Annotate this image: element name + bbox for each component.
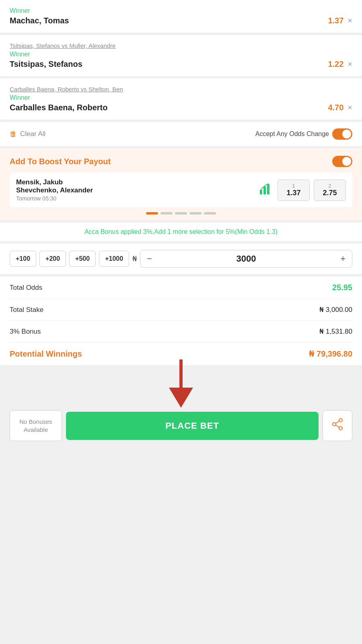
accept-odds-label: Accept Any Odds Change xyxy=(255,130,329,138)
svg-line-8 xyxy=(336,421,339,423)
stake-quick-row: +100 +200 +500 +1000 ₦ − 3000 + xyxy=(10,250,352,268)
total-stake-label: Total Stake xyxy=(10,306,43,314)
svg-rect-1 xyxy=(263,186,266,194)
bet-card-3: Carballes Baena, Roberto vs Shelton, Ben… xyxy=(0,78,362,120)
boost-time: Tomorrow 05:30 xyxy=(16,195,253,202)
total-odds-value: 25.95 xyxy=(332,283,352,292)
bottom-actions: No Bonuses Available PLACE BET xyxy=(0,404,362,451)
boost-odds-btn-1[interactable]: 1 1.37 xyxy=(278,180,310,201)
quick-btn-1000[interactable]: +1000 xyxy=(99,251,129,267)
stake-input-wrap: − 3000 + xyxy=(140,250,352,268)
bet-card-2: Tsitsipas, Stefanos vs Muller, Alexandre… xyxy=(0,35,362,76)
stake-section: +100 +200 +500 +1000 ₦ − 3000 + xyxy=(0,244,362,274)
odds-remove-2: 1.22 × xyxy=(328,60,352,69)
acca-bonus-text: Acca Bonus applied 3%,Add 1 more selecti… xyxy=(84,228,278,235)
boost-odds-value-1: 1.37 xyxy=(286,189,300,197)
accept-odds-toggle-wrap: Accept Any Odds Change xyxy=(255,128,352,140)
bonus-value: ₦ 1,531.80 xyxy=(319,327,352,336)
place-bet-button[interactable]: PLACE BET xyxy=(66,412,319,440)
market-label-1: Winner xyxy=(10,7,352,14)
svg-point-7 xyxy=(339,427,342,430)
bet-card-1: Winner Machac, Tomas 1.37 × xyxy=(0,0,362,33)
arrow-annotation xyxy=(0,359,362,408)
svg-rect-2 xyxy=(267,184,269,194)
remove-btn-2[interactable]: × xyxy=(348,60,352,69)
share-button[interactable] xyxy=(323,410,352,441)
odds-value-1: 1.37 xyxy=(328,16,343,25)
main-container: Winner Machac, Tomas 1.37 × Tsitsipas, S… xyxy=(0,0,362,644)
no-bonus-line2: Available xyxy=(24,426,48,433)
total-stake-row: Total Stake ₦ 3,000.00 xyxy=(10,299,352,321)
boost-toggle[interactable] xyxy=(332,156,352,167)
boost-player1: Mensik, Jakub xyxy=(16,178,253,186)
acca-bonus-bar: Acca Bonus applied 3%,Add 1 more selecti… xyxy=(0,223,362,241)
share-icon xyxy=(331,418,344,433)
stake-minus-btn[interactable]: − xyxy=(147,254,152,264)
match-name-3: Carballes Baena, Roberto vs Shelton, Ben xyxy=(10,86,352,93)
boost-dots xyxy=(10,212,352,215)
bonus-row: 3% Bonus ₦ 1,531.80 xyxy=(10,321,352,343)
potential-winnings-value: ₦ 79,396.80 xyxy=(309,349,352,359)
bet-row-1: Machac, Tomas 1.37 × xyxy=(10,16,352,25)
boost-match-row: Mensik, Jakub Shevchenko, Alexander Tomo… xyxy=(16,178,346,202)
quick-btn-200[interactable]: +200 xyxy=(39,251,66,267)
quick-btn-100[interactable]: +100 xyxy=(10,251,36,267)
svg-point-6 xyxy=(333,423,336,426)
dot-5 xyxy=(204,212,216,215)
odds-remove-3: 4.70 × xyxy=(328,103,352,112)
svg-rect-0 xyxy=(260,190,262,194)
selection-2: Tsitsipas, Stefanos xyxy=(10,60,82,69)
stake-value[interactable]: 3000 xyxy=(157,254,335,264)
match-name-2: Tsitsipas, Stefanos vs Muller, Alexandre xyxy=(10,42,352,49)
no-bonus-line1: No Bonuses xyxy=(19,418,52,425)
no-bonus-btn[interactable]: No Bonuses Available xyxy=(10,410,62,441)
boost-match-info: Mensik, Jakub Shevchenko, Alexander Tomo… xyxy=(16,178,253,202)
dot-3 xyxy=(175,212,187,215)
quick-btn-500[interactable]: +500 xyxy=(69,251,96,267)
svg-marker-4 xyxy=(169,388,193,408)
dot-4 xyxy=(189,212,202,215)
boost-player2: Shevchenko, Alexander xyxy=(16,186,253,194)
stats-icon xyxy=(259,182,272,198)
dot-2 xyxy=(160,212,173,215)
arrow-svg xyxy=(165,359,197,408)
market-label-3: Winner xyxy=(10,94,352,101)
boost-odds-group: 1 1.37 2 2.75 xyxy=(278,180,346,201)
boost-odds-btn-2[interactable]: 2 2.75 xyxy=(314,180,346,201)
market-label-2: Winner xyxy=(10,51,352,58)
control-row: 🗑 Clear All Accept Any Odds Change xyxy=(0,122,362,146)
stake-plus-btn[interactable]: + xyxy=(340,254,346,264)
boost-odds-value-2: 2.75 xyxy=(323,189,337,197)
svg-line-9 xyxy=(336,425,339,427)
accept-odds-toggle[interactable] xyxy=(332,128,352,140)
boost-header: Add To Boost Your Payout xyxy=(10,156,352,167)
boost-odds-label-1: 1 xyxy=(284,183,303,189)
currency-symbol: ₦ xyxy=(132,254,137,263)
total-odds-label: Total Odds xyxy=(10,284,42,292)
boost-title: Add To Boost Your Payout xyxy=(10,157,111,166)
odds-value-3: 4.70 xyxy=(328,103,343,112)
selection-1: Machac, Tomas xyxy=(10,16,69,25)
remove-btn-3[interactable]: × xyxy=(348,103,352,112)
potential-winnings-label: Potential Winnings xyxy=(10,349,82,359)
selection-3: Carballes Baena, Roberto xyxy=(10,103,107,112)
clear-all-label: Clear All xyxy=(20,130,45,138)
trash-icon: 🗑 xyxy=(10,130,17,138)
summary-section: Total Odds 25.95 Total Stake ₦ 3,000.00 … xyxy=(0,277,362,365)
dot-1 xyxy=(146,212,158,215)
svg-point-5 xyxy=(339,419,342,422)
boost-section: Add To Boost Your Payout Mensik, Jakub S… xyxy=(0,149,362,220)
total-odds-row: Total Odds 25.95 xyxy=(10,277,352,299)
bet-row-3: Carballes Baena, Roberto 4.70 × xyxy=(10,103,352,112)
odds-remove-1: 1.37 × xyxy=(328,16,352,25)
odds-value-2: 1.22 xyxy=(328,60,343,69)
total-stake-value: ₦ 3,000.00 xyxy=(319,305,352,314)
bet-row-2: Tsitsipas, Stefanos 1.22 × xyxy=(10,60,352,69)
boost-match-card: Mensik, Jakub Shevchenko, Alexander Tomo… xyxy=(10,173,352,207)
bonus-label: 3% Bonus xyxy=(10,328,41,336)
clear-all-btn[interactable]: 🗑 Clear All xyxy=(10,130,45,138)
remove-btn-1[interactable]: × xyxy=(348,16,352,25)
boost-odds-label-2: 2 xyxy=(321,183,339,189)
